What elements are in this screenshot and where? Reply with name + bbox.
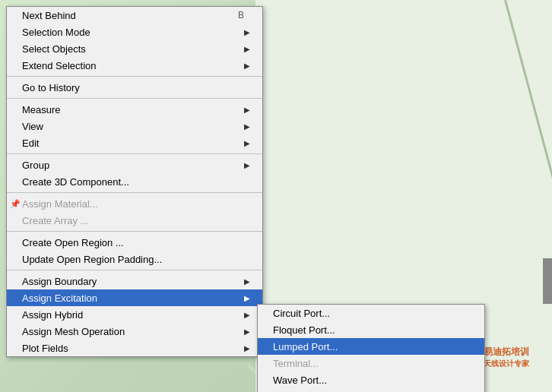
menu-item-extend-selection[interactable]: Extend Selection▶	[7, 57, 262, 74]
menu-item-label: View	[22, 121, 244, 132]
submenu-arrow-icon: ▶	[244, 106, 250, 114]
menu-separator	[7, 153, 262, 154]
menu-item-group[interactable]: Group▶	[7, 156, 262, 173]
menu-item-label: Assign Material...	[22, 198, 250, 210]
menu-item-label: Go to History	[22, 82, 250, 93]
diagonal-decoration	[504, 0, 552, 379]
submenu-item-floquet-port[interactable]: Floquet Port...	[258, 321, 484, 338]
menu-item-next-behind[interactable]: Next BehindB	[7, 7, 262, 24]
menu-item-label: Extend Selection	[22, 60, 244, 71]
submenu-arrow-icon: ▶	[244, 45, 250, 53]
submenu-arrow-icon: ▶	[244, 62, 250, 70]
submenu-arrow-icon: ▶	[244, 277, 250, 286]
submenu-item-label: Lumped Port...	[273, 341, 472, 352]
menu-separator	[7, 192, 262, 193]
menu-item-assign-excitation[interactable]: Assign Excitation▶	[7, 289, 262, 306]
menu-item-label: Next Behind	[22, 10, 238, 21]
submenu-item-terminal: Terminal...	[258, 355, 484, 371]
menu-item-label: Edit	[22, 138, 244, 149]
menu-item-view[interactable]: View▶	[7, 118, 262, 134]
menu-item-measure[interactable]: Measure▶	[7, 101, 262, 118]
submenu-arrow-icon: ▶	[244, 139, 250, 147]
menu-item-label: Assign Mesh Operation	[22, 326, 244, 337]
pin-icon: 📌	[10, 199, 21, 209]
menu-item-label: Select Objects	[22, 43, 244, 55]
menu-item-assign-mesh-operation[interactable]: Assign Mesh Operation▶	[7, 323, 262, 340]
menu-separator	[7, 231, 262, 232]
menu-separator	[7, 270, 262, 270]
submenu-item-lumped-port[interactable]: Lumped Port...	[258, 338, 484, 355]
menu-item-label: Assign Boundary	[22, 276, 244, 287]
menu-item-assign-hybrid[interactable]: Assign Hybrid▶	[7, 306, 262, 323]
menu-item-create-3d-component[interactable]: Create 3D Component...	[7, 173, 262, 190]
submenu-item-label: Floquet Port...	[273, 324, 472, 336]
menu-item-edit[interactable]: Edit▶	[7, 134, 262, 151]
submenu-arrow-icon: ▶	[244, 28, 250, 36]
menu-separator	[7, 76, 262, 77]
submenu-arrow-icon: ▶	[244, 122, 250, 131]
menu-item-label: Create Array ...	[22, 215, 250, 226]
menu-item-label: Plot Fields	[22, 343, 244, 354]
menu-item-label: Assign Hybrid	[22, 309, 244, 321]
menu-item-assign-boundary[interactable]: Assign Boundary▶	[7, 273, 262, 289]
menu-separator	[7, 98, 262, 99]
menu-item-go-to-history[interactable]: Go to History	[7, 79, 262, 96]
submenu-arrow-icon: ▶	[244, 311, 250, 319]
submenu-arrow-icon: ▶	[244, 327, 250, 336]
menu-item-select-objects[interactable]: Select Objects▶	[7, 40, 262, 57]
submenu-item-incident-wave[interactable]: Incident Wave▶	[258, 388, 484, 392]
submenu-arrow-icon: ▶	[244, 161, 250, 169]
primary-context-menu: Next BehindBSelection Mode▶Select Object…	[6, 6, 263, 357]
scrollbar[interactable]	[543, 258, 552, 304]
menu-item-create-array: Create Array ...	[7, 212, 262, 229]
submenu-item-label: Wave Port...	[273, 375, 472, 386]
menu-item-selection-mode[interactable]: Selection Mode▶	[7, 24, 262, 40]
menu-item-label: Measure	[22, 104, 244, 115]
menu-item-update-open-region-padding[interactable]: Update Open Region Padding...	[7, 251, 262, 267]
submenu-item-label: Terminal...	[273, 358, 472, 369]
menu-item-create-open-region[interactable]: Create Open Region ...	[7, 234, 262, 251]
menu-item-assign-material: 📌Assign Material...	[7, 195, 262, 212]
shortcut-label: B	[238, 10, 244, 21]
menu-item-label: Create Open Region ...	[22, 237, 250, 248]
submenu-arrow-icon: ▶	[244, 294, 250, 302]
submenu-item-circuit-port[interactable]: Circuit Port...	[258, 305, 484, 321]
submenu-item-wave-port[interactable]: Wave Port...	[258, 371, 484, 388]
menu-item-label: Assign Excitation	[22, 292, 244, 304]
submenu-item-label: Circuit Port...	[273, 308, 472, 319]
submenu-arrow-icon: ▶	[244, 344, 250, 352]
excitation-submenu: Circuit Port...Floquet Port...Lumped Por…	[257, 304, 485, 392]
menu-item-label: Create 3D Component...	[22, 176, 250, 188]
menu-item-plot-fields[interactable]: Plot Fields▶	[7, 340, 262, 356]
menu-item-label: Group	[22, 160, 244, 171]
menu-item-label: Selection Mode	[22, 27, 244, 38]
menu-item-label: Update Open Region Padding...	[22, 254, 250, 265]
